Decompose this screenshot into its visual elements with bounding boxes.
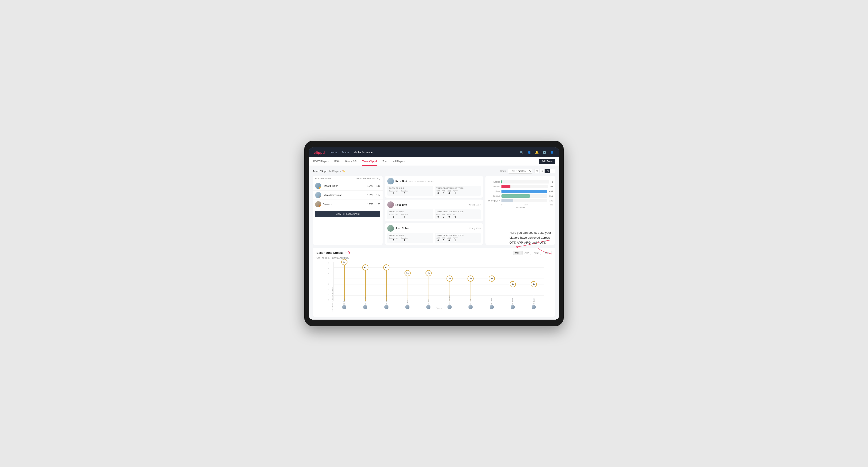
streaks-section: Best Round Streaks OTT APP ARG PUTT <box>313 248 555 317</box>
tab-team-clippd[interactable]: Team Clippd <box>362 157 377 166</box>
annotation-box: Here you can see streaks your players ha… <box>509 230 557 245</box>
streak-line <box>344 262 345 301</box>
bar-track <box>501 185 548 188</box>
user-icon[interactable]: 👤 <box>527 150 532 155</box>
streak-line <box>429 273 429 301</box>
sub-nav-tabs: PGAT Players PGA Hcaps 1-5 Team Clippd T… <box>313 157 405 166</box>
streak-bubble: 6x <box>383 264 390 271</box>
player-x-label: B. Ford <box>468 298 473 309</box>
tab-pgat[interactable]: PGAT Players <box>313 157 329 166</box>
search-icon[interactable]: 🔍 <box>519 150 524 155</box>
bubble-chart: Best Streak, Fairway Accuracy 7 6 5 4 3 … <box>321 262 547 309</box>
bar-track <box>501 180 549 184</box>
pc-date: 02 Sep 2023 <box>468 204 480 206</box>
putt-tab[interactable]: PUTT <box>542 251 552 255</box>
player-card-josh: Josh Coles 26 Aug 2023 Total Rounds Tour… <box>385 223 483 245</box>
pc-stats: Total Rounds Tournament 7 Practice <box>387 186 480 196</box>
activities-group: Total Practice Activities OTT 0 APP <box>435 233 481 243</box>
player-x-label: D. Billingham <box>384 298 389 309</box>
axis-label-0: 0 <box>501 204 502 206</box>
annotation-text: Here you can see streaks your players ha… <box>509 230 557 245</box>
pb-score: 19/20 <box>365 185 373 187</box>
arrow-indicator-icon <box>345 250 352 255</box>
bar-axis: 0 200 400 <box>488 204 553 206</box>
practice-val: Practice 4 <box>401 214 408 218</box>
player-name: Richard Butler <box>323 185 338 187</box>
streak-bubble: 4x <box>446 276 453 282</box>
nav-link-performance[interactable]: My Performance <box>353 150 373 155</box>
edit-icon[interactable]: ✏️ <box>342 170 345 173</box>
pc-name: Rees Britt <box>395 203 407 206</box>
avatar-icon[interactable]: 👤 <box>550 150 554 155</box>
player-avatar <box>532 305 536 309</box>
bar-track <box>501 194 547 198</box>
plot-area: 7x6x6x5x5x4x4x4x3x3x <box>334 262 545 301</box>
bar-value: 311 <box>549 195 553 197</box>
chart-x-title: Total Shots <box>488 206 553 209</box>
leaderboard-card: PLAYER NAME PB SCORE PB AVG SQ 1 <box>313 176 382 245</box>
player-avatar <box>405 305 409 309</box>
nav-link-home[interactable]: Home <box>331 150 337 155</box>
axis-label-200: 200 <box>525 204 528 206</box>
player-x-label: R. Britt <box>426 298 431 309</box>
app-tab[interactable]: APP <box>522 251 531 255</box>
player-name: Edward Crossman <box>323 194 342 196</box>
streak-bubble: 7x <box>341 259 347 265</box>
arg-stat: ARG 0 <box>447 190 451 195</box>
pb-avg: 103 <box>374 203 380 206</box>
pc-date: 26 Aug 2023 <box>469 227 481 229</box>
tab-pga[interactable]: PGA <box>334 157 340 166</box>
streak-bubble: 5x <box>426 270 432 276</box>
bar-row-eagles: Eagles 3 <box>488 180 553 184</box>
ott-tab[interactable]: OTT <box>513 251 522 255</box>
bar-row-bogeys: Bogeys 311 <box>488 194 553 198</box>
pb-avg: 110 <box>374 185 380 187</box>
add-team-button[interactable]: Add Team <box>539 159 555 164</box>
nav-bar: clippd Home Teams My Performance 🔍 👤 🔔 ⚙… <box>309 148 559 157</box>
nav-link-teams[interactable]: Teams <box>342 150 349 155</box>
sub-nav: PGAT Players PGA Hcaps 1-5 Team Clippd T… <box>309 157 559 166</box>
tab-tour[interactable]: Tour <box>382 157 388 166</box>
player-x-label: R. Butler <box>511 298 515 309</box>
tab-all-players[interactable]: All Players <box>393 157 405 166</box>
filter-btn[interactable]: ↕ <box>551 169 555 173</box>
streak-bubble: 3x <box>531 281 537 287</box>
app-logo: clippd <box>314 151 325 154</box>
pc-header: Rees Britt Rounds Tournament Practice <box>387 178 480 184</box>
app-stat: APP 0 <box>442 190 445 195</box>
player-avatar <box>511 305 515 309</box>
card-view-btn[interactable]: ⊟ <box>545 169 550 173</box>
bar-row-dbogeys: D. Bogeys + 131 <box>488 199 553 203</box>
grid-view-btn[interactable]: ⊞ <box>534 169 539 173</box>
pc-header: Josh Coles 26 Aug 2023 <box>387 225 480 231</box>
streak-bubble: 4x <box>489 276 495 282</box>
team-controls: Show Last 3 monthsLast 6 monthsLast 12 m… <box>500 168 555 174</box>
pc-stats: Total Rounds Tournament 7 Practice <box>387 233 480 243</box>
bar-value: 499 <box>549 190 553 192</box>
bar-label: Pars <box>488 190 500 192</box>
period-select[interactable]: Last 3 monthsLast 6 monthsLast 12 months <box>508 168 532 174</box>
bar-label: D. Bogeys + <box>488 199 500 202</box>
player-card-rees: Rees Britt 02 Sep 2023 Total Rounds Tour… <box>385 199 483 221</box>
table-row: 3 Cameron... 17/20 103 <box>313 200 382 209</box>
bar-row-pars: Pars 499 <box>488 190 553 193</box>
bar-chart-area: Eagles 3 Birdies <box>488 180 553 209</box>
tab-hcaps[interactable]: Hcaps 1-5 <box>345 157 357 166</box>
bell-icon[interactable]: 🔔 <box>534 150 539 155</box>
streaks-subtitle: Off The Tee , Fairway Accuracy <box>316 257 552 259</box>
view-full-leaderboard-button[interactable]: View Full Leaderboard <box>315 211 380 217</box>
list-view-btn[interactable]: ≡ <box>540 169 545 173</box>
arg-tab[interactable]: ARG <box>532 251 541 255</box>
streak-bubble: 3x <box>510 281 516 287</box>
pc-stats: Total Rounds Tournament 8 Practice <box>387 210 480 219</box>
settings-icon[interactable]: ⚙️ <box>542 150 547 155</box>
bar-value: 131 <box>549 199 553 202</box>
streak-bubble: 6x <box>362 264 368 271</box>
y-axis-title: Best Streak, Fairway Accuracy <box>331 287 333 312</box>
bar-label: Eagles <box>488 181 500 183</box>
nav-icons: 🔍 👤 🔔 ⚙️ 👤 <box>519 150 554 155</box>
player-avatar <box>447 305 452 309</box>
bar-value: 96 <box>551 185 553 188</box>
table-row: 2 Edward Crossman 18/20 107 <box>313 191 382 200</box>
streak-bubble: 4x <box>467 276 474 282</box>
